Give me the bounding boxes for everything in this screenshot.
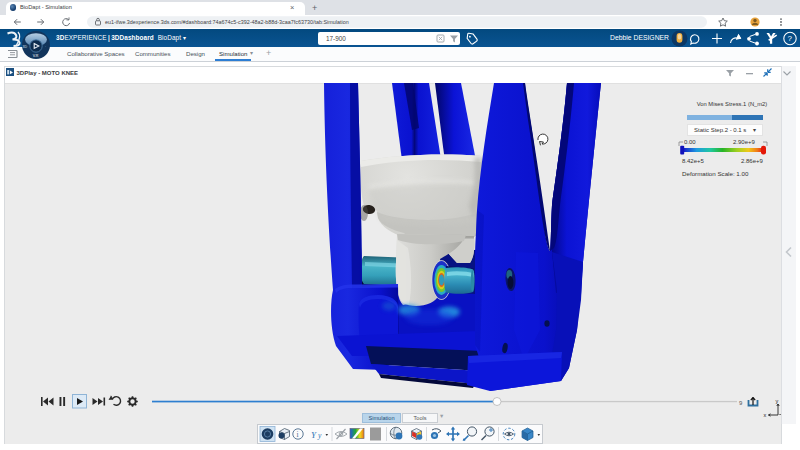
svg-text:·: · bbox=[45, 45, 46, 49]
svg-text:V.R: V.R bbox=[33, 54, 39, 58]
svg-text:?: ? bbox=[788, 34, 793, 43]
svg-text:9: 9 bbox=[739, 400, 743, 406]
svg-text:i: i bbox=[297, 430, 299, 439]
svg-text:Y: Y bbox=[311, 430, 317, 440]
svg-text:eu1-ifwe.3dexperience.3ds.com/: eu1-ifwe.3dexperience.3ds.com/#dashboard… bbox=[105, 19, 349, 25]
svg-text:x: x bbox=[764, 412, 767, 418]
svg-text:y: y bbox=[317, 431, 322, 440]
svg-text:y: y bbox=[776, 398, 779, 404]
